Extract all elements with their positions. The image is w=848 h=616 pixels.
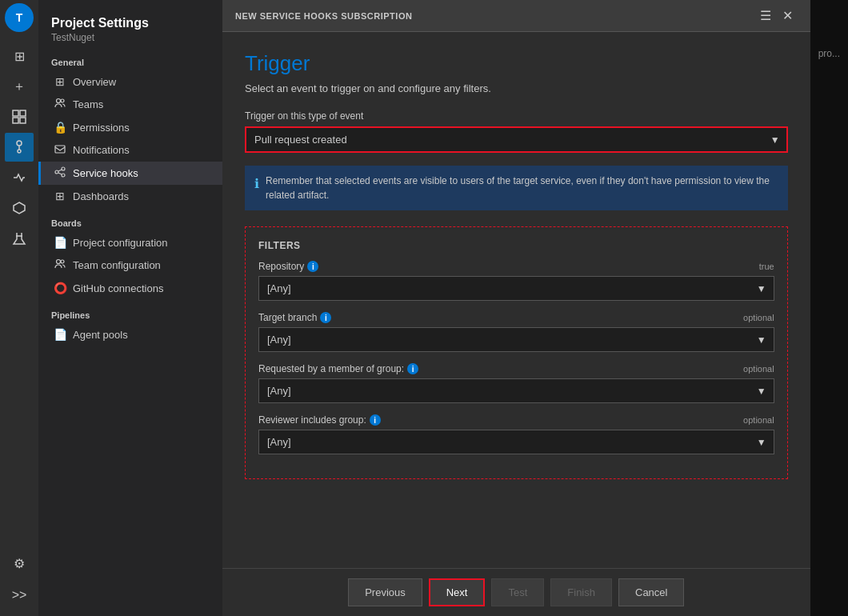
repository-label: Repository i [258,261,318,272]
test-icon[interactable] [5,224,34,253]
sidebar-item-project-config-label: Project configuration [73,237,168,249]
reviewer-group-info-badge[interactable]: i [370,414,381,426]
icon-rail: T ⊞ ＋ ⚙ >> [0,0,38,616]
sidebar-item-team-config-label: Team configuration [73,259,161,271]
svg-rect-3 [20,118,26,123]
user-avatar[interactable]: T [5,3,34,32]
target-branch-select[interactable]: [Any] [258,327,774,352]
modal-header: NEW SERVICE HOOKS SUBSCRIPTION ☰ ✕ [222,0,810,32]
sidebar-item-agent-pools[interactable]: 📄 Agent pools [38,323,222,346]
reviewer-group-optional: optional [743,415,774,425]
reviewer-group-select-wrapper: [Any] ▼ [258,430,774,454]
reviewer-group-select[interactable]: [Any] [258,430,774,454]
boards-icon[interactable] [5,102,34,131]
modal-overlay: NEW SERVICE HOOKS SUBSCRIPTION ☰ ✕ Trigg… [222,0,848,616]
sidebar-item-permissions-label: Permissions [73,122,130,134]
sidebar-item-project-config[interactable]: 📄 Project configuration [38,231,222,254]
sidebar-item-overview-label: Overview [73,76,116,88]
target-branch-select-wrapper: [Any] ▼ [258,327,774,352]
sidebar-item-teams-label: Teams [73,98,103,110]
main-area: NEW SERVICE HOOKS SUBSCRIPTION ☰ ✕ Trigg… [222,0,848,616]
cancel-button[interactable]: Cancel [618,578,684,606]
repos-icon[interactable] [5,133,34,162]
sidebar-item-permissions[interactable]: 🔒 Permissions [38,116,222,138]
overview-icon: ⊞ [54,75,66,88]
trigger-label: Trigger on this type of event [245,110,788,122]
artifacts-icon[interactable] [5,194,34,222]
filters-title: FILTERS [258,240,774,251]
svg-point-5 [18,150,21,153]
svg-point-8 [57,99,61,103]
svg-point-9 [61,99,64,102]
reviewer-group-label: Reviewer includes group: i [258,414,381,426]
repository-select-wrapper: [Any] ▼ [258,276,774,301]
section-pipelines-label: Pipelines [38,299,222,323]
member-group-select[interactable]: [Any] [258,378,774,403]
service-hooks-icon [54,166,66,180]
test-button[interactable]: Test [491,578,544,606]
modal-dialog: NEW SERVICE HOOKS SUBSCRIPTION ☰ ✕ Trigg… [222,0,810,616]
target-branch-label: Target branch i [258,312,331,323]
svg-point-17 [61,260,64,263]
modal-page-title: Trigger [245,51,788,76]
svg-line-14 [58,170,62,171]
sidebar-item-overview[interactable]: ⊞ Overview [38,70,222,93]
filter-member-group: Requested by a member of group: i option… [258,363,774,403]
pipelines-icon[interactable] [5,163,34,192]
modal-menu-icon[interactable]: ☰ [760,8,771,23]
dashboards-icon: ⊞ [54,190,66,202]
member-group-info-badge[interactable]: i [407,363,418,374]
github-icon: ⭕ [54,282,66,294]
sidebar-header: Project Settings TestNuget [38,10,222,46]
sidebar-item-service-hooks[interactable]: Service hooks [38,162,222,185]
next-button[interactable]: Next [429,578,486,606]
trigger-select[interactable]: Pull request created [245,126,788,153]
filters-box: FILTERS Repository i true [Any] [245,226,788,479]
modal-content: Trigger Select an event to trigger on an… [222,32,810,568]
section-general-label: General [38,46,222,70]
modal-page-subtitle: Select an event to trigger on and config… [245,82,788,94]
finish-button[interactable]: Finish [550,578,612,606]
sidebar-item-notifications-label: Notifications [73,144,130,156]
modal-close-button[interactable]: ✕ [778,6,798,25]
info-box: ℹ Remember that selected events are visi… [245,166,788,210]
modal-title: NEW SERVICE HOOKS SUBSCRIPTION [235,11,412,21]
expand-icon[interactable]: >> [5,581,34,610]
sidebar-item-teams[interactable]: Teams [38,93,222,116]
permissions-icon: 🔒 [54,121,66,134]
sidebar-item-dashboards[interactable]: ⊞ Dashboards [38,185,222,207]
svg-point-11 [55,170,58,174]
member-group-select-wrapper: [Any] ▼ [258,378,774,403]
svg-point-4 [17,141,22,146]
previous-button[interactable]: Previous [348,578,422,606]
section-boards-label: Boards [38,207,222,231]
side-hint-area: pro... [810,0,848,107]
sidebar-item-notifications[interactable]: Notifications [38,138,222,162]
target-branch-info-badge[interactable]: i [320,312,331,323]
trigger-select-wrapper: Pull request created ▼ [245,126,788,153]
teams-icon [54,98,66,111]
side-hint-text: pro... [818,48,840,59]
sidebar-item-team-config[interactable]: Team configuration [38,254,222,277]
info-message: Remember that selected events are visibl… [266,174,778,202]
filter-target-branch: Target branch i optional [Any] ▼ [258,312,774,352]
member-group-label: Requested by a member of group: i [258,363,418,374]
settings-icon[interactable]: ⚙ [5,549,34,578]
svg-rect-1 [20,110,26,116]
member-group-optional: optional [743,364,774,374]
repository-info-badge[interactable]: i [307,261,318,272]
notifications-icon [54,143,66,157]
sidebar-item-agent-pools-label: Agent pools [73,329,128,341]
svg-point-13 [62,174,65,177]
sidebar-item-github-label: GitHub connections [73,282,163,294]
repository-select[interactable]: [Any] [258,276,774,301]
agent-pools-icon: 📄 [54,328,66,341]
filter-repository: Repository i true [Any] ▼ [258,261,774,301]
add-icon[interactable]: ＋ [5,72,34,101]
modal-footer: Previous Next Test Finish Cancel [222,568,810,616]
repository-optional: true [759,262,774,271]
svg-rect-10 [55,146,65,153]
sidebar-item-github[interactable]: ⭕ GitHub connections [38,277,222,299]
info-circle-icon: ℹ [254,174,259,202]
home-icon[interactable]: ⊞ [5,42,34,70]
